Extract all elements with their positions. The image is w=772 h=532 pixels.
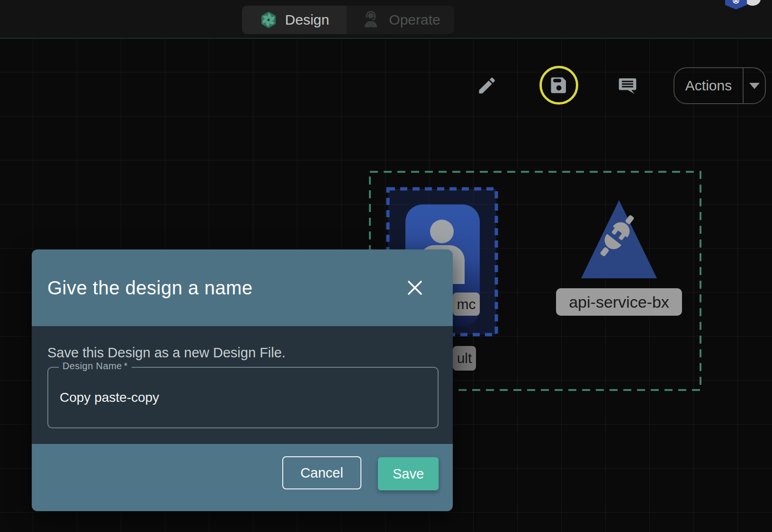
design-name-input[interactable]	[48, 368, 438, 427]
modal-footer: Cancel Save	[32, 444, 453, 511]
close-icon	[406, 279, 423, 296]
cancel-button[interactable]: Cancel	[282, 456, 361, 489]
close-button[interactable]	[406, 279, 423, 296]
tab-design-label: Design	[285, 12, 329, 28]
tab-design[interactable]: Design	[242, 6, 347, 34]
modal-header: Give the design a name	[32, 249, 453, 326]
chevron-down-icon	[749, 83, 760, 89]
actions-dropdown-toggle[interactable]	[744, 68, 765, 103]
save-design-modal: Give the design a name Save this Design …	[32, 249, 453, 511]
kubernetes-wheel-icon	[731, 0, 741, 6]
tab-operate[interactable]: Operate	[347, 6, 454, 34]
edit-design-button[interactable]	[476, 74, 498, 97]
actions-button-label[interactable]: Actions	[674, 68, 743, 103]
api-service-label[interactable]: api-service-bx	[556, 288, 682, 316]
comment-icon	[617, 76, 638, 97]
operator-headset-icon	[360, 9, 381, 30]
modal-description: Save this Design as a new Design File.	[47, 345, 286, 361]
mode-tabs: Design Operate	[242, 6, 454, 34]
namespace-label-partial[interactable]: ult	[453, 346, 476, 371]
floppy-disk-icon	[549, 75, 569, 95]
top-bar: Design Operate	[0, 0, 772, 39]
node-label-partial[interactable]: mc	[453, 293, 480, 316]
meshery-logo-icon	[260, 11, 278, 29]
tab-operate-label: Operate	[389, 12, 440, 28]
comment-button[interactable]	[616, 75, 639, 98]
actions-split-button[interactable]: Actions	[673, 67, 766, 104]
save-confirm-button[interactable]: Save	[378, 457, 439, 490]
modal-body: Save this Design as a new Design File. D…	[32, 326, 453, 444]
save-design-button[interactable]	[539, 66, 578, 105]
modal-title: Give the design a name	[47, 249, 252, 326]
pencil-icon	[476, 75, 497, 96]
app-window: mc ult api-service-bx Actions	[0, 0, 772, 532]
design-name-field: Design Name*	[47, 367, 439, 428]
